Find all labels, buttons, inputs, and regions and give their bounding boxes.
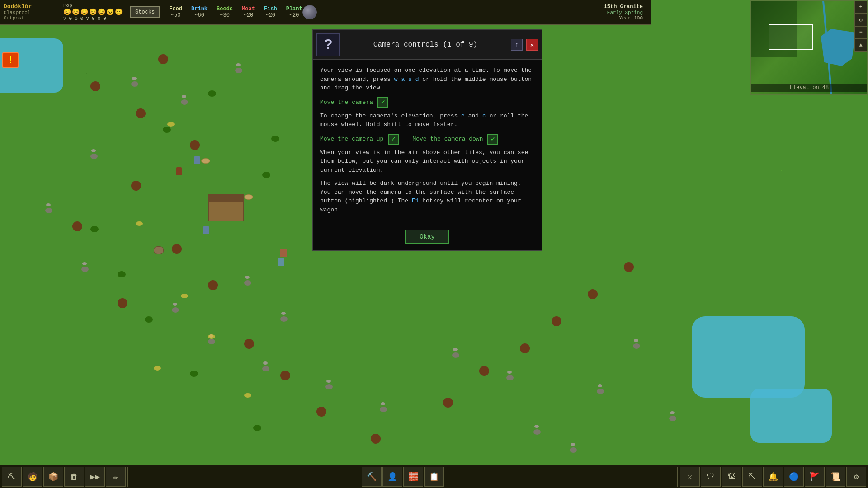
action3-label: Move the camera down [412, 135, 483, 144]
drink-column: Drink ~60 [191, 6, 208, 19]
pop-face-6: 😠 [106, 8, 114, 16]
minimap-surface-button[interactable]: ▲ [854, 39, 867, 52]
camera-dialog[interactable]: ? Camera controls (1 of 9) ↑ ✕ Your view… [312, 29, 542, 251]
pop-face-1: 😊 [63, 8, 71, 16]
action3-check: ✓ [487, 134, 498, 145]
clock-section: 15th Granite Early Spring Year 100 [604, 4, 643, 21]
meat-value: ~20 [244, 12, 254, 19]
tool-tiles[interactable]: 🧱 [403, 467, 423, 487]
bottom-toolbar: ⛏ 🧑 📦 🗑 ▶▶ ✏ 🔨 👤 🧱 📋 ⚔ 🛡 🏗 ⛏ 🔔 🔵 🚩 📜 ⚙ [0, 465, 868, 488]
tool-shield[interactable]: 🛡 [701, 467, 721, 487]
dialog-footer: Okay [313, 225, 542, 250]
food-column: Food ~50 [169, 6, 182, 19]
seeds-value: ~30 [220, 12, 230, 19]
question-mark-text: ? [324, 37, 332, 53]
settlement-subtitle: Clasptool [4, 10, 58, 15]
tool-clipboard[interactable]: 📋 [424, 467, 444, 487]
tool-orb[interactable]: 🔵 [784, 467, 804, 487]
seeds-column: Seeds ~30 [217, 6, 233, 19]
food-label: Food [169, 6, 182, 12]
pop-face-2: 😊 [72, 8, 80, 16]
water-bottom-right2 [750, 389, 832, 443]
tool-flag[interactable]: 🚩 [805, 467, 825, 487]
dialog-para3: When your view is in the air above other… [320, 148, 534, 175]
tool-box[interactable]: 📦 [43, 467, 63, 487]
pop-faces-row: 😊 😊 😊 😊 😊 😠 😐 [63, 8, 123, 16]
tool-bell[interactable]: 🔔 [763, 467, 783, 487]
pop-num-2: 0 [69, 16, 72, 21]
plant-label: Plant [286, 6, 302, 12]
tool-scroll[interactable]: 📜 [826, 467, 845, 487]
tool-sword[interactable]: ⚔ [680, 467, 700, 487]
tool-trash[interactable]: 🗑 [64, 467, 84, 487]
tool-build[interactable]: 🏗 [722, 467, 741, 487]
drink-label: Drink [191, 6, 208, 12]
alert-icon[interactable]: ! [2, 52, 19, 68]
fish-column: Fish ~20 [264, 6, 277, 19]
tool-portrait[interactable]: 👤 [382, 467, 402, 487]
bottom-left-tools: ⛏ 🧑 📦 🗑 ▶▶ ✏ [0, 467, 128, 487]
date-text: 15th Granite [604, 4, 643, 10]
okay-button[interactable]: Okay [405, 230, 449, 244]
tool-pickaxe[interactable]: ⛏ [2, 467, 22, 487]
dialog-para4: The view will be dark underground until … [320, 179, 534, 214]
key-e: e [461, 113, 465, 119]
minimap-controls: + ⚙ ≡ ▲ [854, 1, 867, 52]
tool-person[interactable]: 🧑 [23, 467, 42, 487]
dialog-para1: Your view is focused on one elevation at… [320, 66, 534, 93]
tool-fast-forward[interactable]: ▶▶ [85, 467, 105, 487]
action2-check: ✓ [388, 134, 399, 145]
dialog-prev-button[interactable]: ↑ [511, 39, 523, 51]
pop-face-5: 😊 [98, 8, 105, 16]
season-text: Early Spring [607, 10, 643, 15]
pop-num-4: 0 [80, 16, 84, 21]
pop-num-3: 0 [75, 16, 78, 21]
food-value: ~50 [171, 12, 181, 19]
action-row-2: Move the camera up ✓ Move the camera dow… [320, 134, 534, 145]
fish-label: Fish [264, 6, 277, 12]
key-wasd: w a s d [394, 76, 419, 83]
mini-map: Elevation 48 + ⚙ ≡ ▲ [750, 0, 868, 95]
elevation-text: Elevation 48 [751, 84, 867, 92]
settlement-type: Outpost [4, 15, 58, 21]
key-f1: F1 [412, 197, 419, 204]
action-row-1: Move the camera ✓ [320, 97, 534, 108]
pop-num-5: ? [86, 16, 89, 21]
meat-column: Meat ~20 [242, 6, 255, 19]
tool-eraser[interactable]: ✏ [106, 467, 126, 487]
tool-hammer[interactable]: 🔨 [362, 467, 382, 487]
pop-face-4: 😊 [89, 8, 97, 16]
pop-face-7: 😐 [115, 8, 123, 16]
stocks-button[interactable]: Stocks [130, 6, 160, 18]
minimap-zoom-in-button[interactable]: + [854, 1, 867, 14]
pop-num-1: ? [63, 16, 66, 21]
tool-settings[interactable]: ⚙ [846, 467, 866, 487]
population-section: Pop 😊 😊 😊 😊 😊 😠 😐 ? 0 0 0 ? 0 0 0 [63, 3, 123, 21]
dialog-titlebar: ? Camera controls (1 of 9) ↑ ✕ [313, 30, 542, 60]
minimap-viewport [769, 24, 812, 51]
water-bottom-right [692, 316, 805, 398]
plant-column: Plant ~20 [286, 6, 302, 19]
action1-label: Move the camera [320, 98, 373, 107]
action2-label: Move the camera up [320, 135, 383, 144]
dialog-close-button[interactable]: ✕ [526, 39, 538, 51]
fish-value: ~20 [265, 12, 275, 19]
pop-face-3: 😊 [80, 8, 88, 16]
minimap-terrain [751, 1, 867, 94]
meat-label: Meat [242, 6, 255, 12]
seeds-label: Seeds [217, 6, 233, 12]
dialog-question-icon: ? [316, 33, 340, 56]
pop-num-6: 0 [92, 16, 95, 21]
key-c: c [482, 113, 486, 119]
settlement-name: Dodóklòr [4, 3, 58, 10]
pop-num-8: 0 [103, 16, 106, 21]
tool-mine[interactable]: ⛏ [742, 467, 762, 487]
dialog-body: Your view is focused on one elevation at… [313, 60, 542, 225]
dialog-para2: To change the camera's elevation, press … [320, 112, 534, 129]
minimap-layers-button[interactable]: ≡ [854, 26, 867, 39]
pop-num-7: 0 [98, 16, 101, 21]
minimap-gear-button[interactable]: ⚙ [854, 14, 867, 26]
year-text: Year 100 [619, 15, 643, 21]
top-hud: Dodóklòr Clasptool Outpost Pop 😊 😊 😊 😊 😊… [0, 0, 651, 25]
bottom-right-tools: ⚔ 🛡 🏗 ⛏ 🔔 🔵 🚩 📜 ⚙ [677, 467, 868, 487]
